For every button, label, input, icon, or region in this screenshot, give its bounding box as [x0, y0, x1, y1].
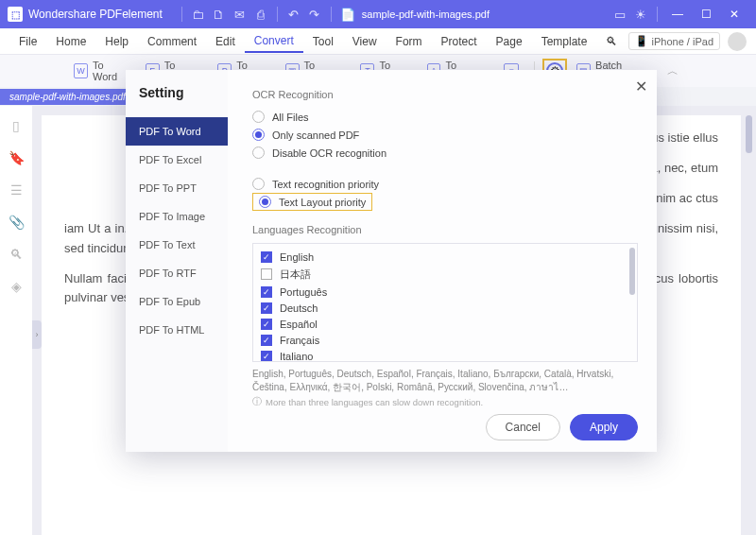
lang-label: Deutsch — [280, 302, 318, 314]
sidebar-item-pdf-to-word[interactable]: PDF To Word — [126, 117, 228, 146]
panel-handle[interactable]: › — [32, 320, 42, 349]
menu-convert[interactable]: Convert — [245, 30, 303, 53]
checkbox-icon: ✓ — [261, 302, 272, 314]
checkbox-icon: ✓ — [261, 286, 272, 298]
radio-icon — [252, 178, 265, 190]
lang-label: English — [280, 251, 314, 263]
left-rail: ▯ 🔖 ☰ 📎 🔍︎ ◈ — [0, 106, 32, 535]
lang-german[interactable]: ✓Deutsch — [261, 300, 629, 316]
apply-button[interactable]: Apply — [570, 414, 638, 440]
lang-portuguese[interactable]: ✓Português — [261, 284, 629, 300]
file-name: sample-pdf-with-images.pdf — [362, 9, 490, 20]
titlebar: ⬚ Wondershare PDFelement 🗀 🗋 ✉ ⎙ ↶ ↷ 📄 s… — [0, 0, 756, 28]
sidebar-item-pdf-to-ppt[interactable]: PDF To PPT — [126, 174, 228, 202]
collapse-ribbon-icon[interactable]: ︿ — [667, 63, 679, 79]
attachments-icon[interactable]: 📎 — [8, 214, 25, 231]
save-icon[interactable]: 🗋 — [209, 4, 230, 25]
dialog-main: ✕ OCR Recognition All Files Only scanned… — [228, 70, 657, 452]
lang-japanese[interactable]: 日本語 — [261, 265, 629, 284]
sidebar-item-pdf-to-image[interactable]: PDF To Image — [126, 202, 228, 231]
lang-label: 日本語 — [280, 268, 311, 282]
sidebar-item-pdf-to-excel[interactable]: PDF To Excel — [126, 146, 228, 174]
radio-icon — [252, 111, 265, 123]
radio-icon — [252, 129, 265, 141]
bookmark-icon[interactable]: 🔖 — [8, 149, 25, 166]
ocr-option-all-files[interactable]: All Files — [252, 108, 638, 126]
languages-section-label: Languages Recognition — [252, 224, 638, 235]
annotations-icon[interactable]: ☰ — [8, 181, 25, 198]
menu-comment[interactable]: Comment — [138, 31, 206, 52]
ocr-option-only-scanned[interactable]: Only scanned PDF — [252, 126, 638, 144]
dialog-sidebar: Setting PDF To Word PDF To Excel PDF To … — [126, 70, 228, 452]
lang-label: Português — [280, 286, 327, 298]
menu-protect[interactable]: Protect — [432, 31, 487, 52]
dialog-title: Setting — [126, 70, 228, 117]
radio-icon — [259, 196, 271, 208]
priority-option-text-recognition[interactable]: Text recognition priority — [252, 175, 638, 193]
device-button[interactable]: 📱iPhone / iPad — [628, 32, 720, 50]
theme-icon[interactable]: ☀ — [630, 4, 651, 25]
sidebar-item-pdf-to-html[interactable]: PDF To HTML — [126, 316, 228, 344]
cancel-button[interactable]: Cancel — [486, 414, 560, 440]
mail-icon[interactable]: ✉ — [230, 4, 250, 25]
phone-icon: 📱 — [635, 35, 648, 47]
file-icon: 📄 — [337, 4, 358, 25]
separator — [331, 7, 332, 22]
search-panel-icon[interactable]: 🔍︎ — [8, 246, 25, 263]
radio-icon — [252, 147, 265, 159]
close-icon[interactable]: ✕ — [635, 78, 647, 95]
layers-icon[interactable]: ◈ — [8, 278, 25, 295]
lang-spanish[interactable]: ✓Español — [261, 316, 629, 332]
redo-icon[interactable]: ↷ — [304, 4, 325, 25]
lang-french[interactable]: ✓Français — [261, 332, 629, 348]
checkbox-icon: ✓ — [261, 251, 272, 263]
search-icon[interactable]: 🔍︎ — [596, 31, 627, 52]
info-icon: ⓘ — [252, 396, 262, 408]
menu-file[interactable]: File — [9, 31, 46, 52]
menu-form[interactable]: Form — [387, 31, 432, 52]
separator — [277, 7, 278, 22]
priority-highlight: Text Layout priority — [252, 193, 372, 211]
menu-view[interactable]: View — [343, 31, 387, 52]
languages-warning: ⓘMore than three languages can slow down… — [252, 396, 638, 408]
undo-icon[interactable]: ↶ — [284, 4, 304, 25]
dialog-buttons: Cancel Apply — [486, 414, 638, 440]
radio-label: Only scanned PDF — [272, 129, 359, 141]
thumbnails-icon[interactable]: ▯ — [8, 117, 25, 134]
menu-tool[interactable]: Tool — [303, 31, 343, 52]
lang-italian[interactable]: ✓Italiano — [261, 348, 629, 362]
document-tab[interactable]: sample-pdf-with-images.pdf — [0, 89, 146, 105]
ribbon-label: To Word — [93, 60, 129, 82]
checkbox-icon: ✓ — [261, 335, 272, 346]
tab-label: sample-pdf-with-images.pdf — [9, 92, 126, 102]
scrollbar[interactable] — [746, 115, 752, 153]
ocr-option-disable[interactable]: Disable OCR recognition — [252, 144, 638, 162]
folder-icon[interactable]: 🗀 — [188, 4, 209, 25]
separator — [657, 7, 658, 22]
scrollbar[interactable] — [629, 248, 635, 295]
checkbox-icon: ✓ — [261, 319, 272, 330]
minimize-button[interactable]: ― — [663, 0, 692, 28]
languages-list: ✓English 日本語 ✓Português ✓Deutsch ✓Españo… — [252, 243, 638, 362]
print-icon[interactable]: ⎙ — [250, 4, 271, 25]
menu-home[interactable]: Home — [46, 31, 95, 52]
sidebar-item-pdf-to-text[interactable]: PDF To Text — [126, 231, 228, 259]
menu-page[interactable]: Page — [487, 31, 532, 52]
sidebar-item-pdf-to-rtf[interactable]: PDF To RTF — [126, 259, 228, 287]
ocr-section-label: OCR Recognition — [252, 89, 638, 100]
lang-english[interactable]: ✓English — [261, 249, 629, 265]
avatar[interactable] — [728, 32, 747, 51]
checkbox-icon — [261, 268, 272, 280]
close-button[interactable]: ✕ — [720, 0, 748, 28]
maximize-button[interactable]: ☐ — [692, 0, 720, 28]
sidebar-item-pdf-to-epub[interactable]: PDF To Epub — [126, 287, 228, 316]
menubar: File Home Help Comment Edit Convert Tool… — [0, 28, 756, 55]
lang-label: Italiano — [280, 351, 313, 362]
menu-template[interactable]: Template — [532, 31, 597, 52]
lang-label: Français — [280, 335, 319, 346]
window-icon[interactable]: ▭ — [610, 4, 630, 25]
menu-edit[interactable]: Edit — [206, 31, 245, 52]
priority-option-text-layout[interactable]: Text Layout priority — [259, 196, 366, 208]
radio-label: All Files — [272, 112, 309, 123]
menu-help[interactable]: Help — [95, 31, 138, 52]
